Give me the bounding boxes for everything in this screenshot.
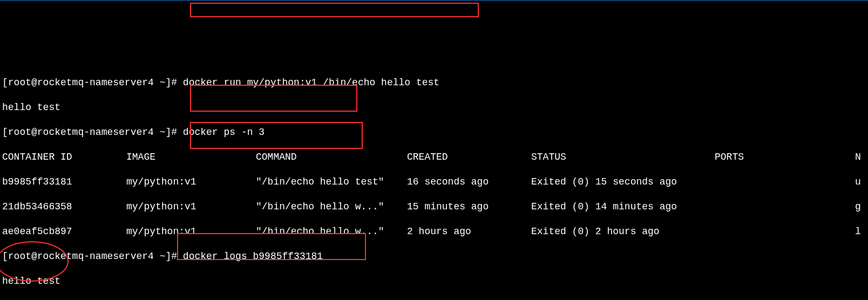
command-text: docker run my/python:v1 /bin/echo hello … xyxy=(177,77,439,88)
prompt-line: [root@rocketmq-nameserver4 ~]# docker lo… xyxy=(2,250,868,263)
command-text: docker logs b9985ff33181 xyxy=(177,251,323,262)
shell-prompt: [root@rocketmq-nameserver4 ~]# xyxy=(2,127,177,138)
output-line: hello test xyxy=(2,275,868,288)
col-image: IMAGE xyxy=(126,151,256,163)
terminal-output[interactable]: [root@rocketmq-nameserver4 ~]# docker ru… xyxy=(0,51,868,300)
shell-prompt: [root@rocketmq-nameserver4 ~]# xyxy=(2,77,177,88)
col-command: COMMAND xyxy=(256,151,407,163)
col-names: N xyxy=(855,152,861,162)
output-line: hello test xyxy=(2,101,868,114)
annotation-box xyxy=(190,3,479,17)
command-text: docker ps -n 3 xyxy=(177,127,265,138)
prompt-line: [root@rocketmq-nameserver4 ~]# docker ps… xyxy=(2,126,868,139)
shell-prompt: [root@rocketmq-nameserver4 ~]# xyxy=(2,251,177,262)
prompt-line: [root@rocketmq-nameserver4 ~]# docker ru… xyxy=(2,77,868,89)
col-ports: PORTS xyxy=(715,151,855,163)
table-row: 21db53466358my/python:v1"/bin/echo hello… xyxy=(2,201,868,213)
table-row: ae0eaf5cb897my/python:v1"/bin/echo hello… xyxy=(2,226,868,238)
col-status: STATUS xyxy=(531,151,715,163)
col-container-id: CONTAINER ID xyxy=(2,151,126,163)
table-row: b9985ff33181my/python:v1"/bin/echo hello… xyxy=(2,176,868,188)
col-created: CREATED xyxy=(407,151,531,163)
table-header: CONTAINER IDIMAGECOMMANDCREATEDSTATUSPOR… xyxy=(2,151,868,163)
